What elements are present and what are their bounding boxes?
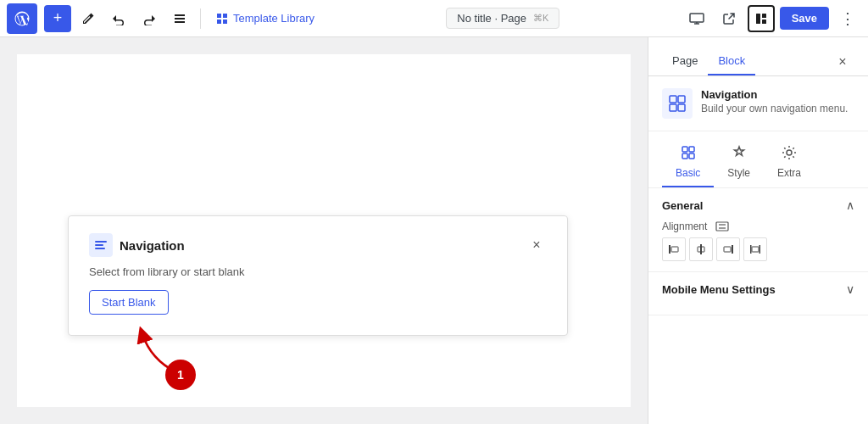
subtab-style[interactable]: Style (714, 138, 764, 187)
page-title: No title · Page (457, 12, 526, 25)
mobile-section-header[interactable]: Mobile Menu Settings ∨ (662, 282, 854, 296)
redo-icon (142, 12, 156, 25)
svg-rect-7 (762, 14, 766, 18)
template-library-button[interactable]: Template Library (208, 7, 323, 30)
separator-1 (200, 8, 201, 29)
nav-popup-close-button[interactable]: × (526, 235, 547, 255)
svg-rect-14 (670, 104, 676, 111)
pencil-button[interactable] (75, 5, 102, 32)
svg-rect-24 (669, 245, 670, 254)
svg-rect-25 (671, 247, 678, 252)
mobile-section: Mobile Menu Settings ∨ (648, 272, 868, 315)
nav-block-popup: Navigation × Select from library or star… (68, 215, 568, 336)
more-options-button[interactable]: ⋮ (834, 5, 861, 32)
nav-popup-icon-box (89, 233, 113, 257)
align-stretch-button[interactable] (743, 237, 767, 261)
toolbar-center: No title · Page ⌘K (326, 8, 680, 29)
align-center-button[interactable] (689, 237, 713, 261)
sub-tabs: Basic Style Extra (648, 131, 868, 188)
svg-rect-21 (716, 222, 728, 231)
svg-rect-32 (752, 247, 759, 252)
alignment-label: Alignment (662, 220, 707, 232)
external-link-icon (722, 12, 736, 25)
subtab-basic[interactable]: Basic (662, 138, 714, 187)
nav-popup-subtitle: Select from library or start blank (89, 265, 547, 278)
wp-logo[interactable] (7, 3, 37, 34)
general-toggle-icon: ∧ (846, 198, 854, 212)
tab-page[interactable]: Page (662, 47, 708, 75)
svg-rect-2 (175, 21, 185, 23)
nav-block-header: Navigation × (89, 233, 547, 257)
desktop-preview-button[interactable] (683, 5, 710, 32)
panel-close-button[interactable]: × (831, 50, 854, 74)
alignment-buttons (662, 237, 854, 261)
save-button[interactable]: Save (780, 7, 829, 30)
svg-rect-18 (682, 153, 687, 159)
pencil-icon (81, 12, 95, 25)
block-icon-box (662, 88, 693, 119)
svg-rect-8 (762, 20, 766, 24)
external-link-button[interactable] (715, 5, 743, 32)
layout-icon (755, 13, 767, 25)
toolbar-right: Save ⋮ (683, 5, 861, 32)
block-name: Navigation (701, 88, 848, 101)
start-blank-button[interactable]: Start Blank (89, 290, 169, 315)
layout-button[interactable] (748, 5, 775, 32)
extra-icon (782, 145, 797, 164)
svg-point-20 (787, 150, 792, 155)
svg-rect-30 (750, 245, 752, 254)
svg-rect-12 (670, 96, 676, 103)
svg-rect-15 (678, 104, 685, 111)
svg-rect-3 (690, 14, 704, 22)
page-title-area[interactable]: No title · Page ⌘K (446, 8, 559, 29)
block-description: Build your own navigation menu. (701, 103, 848, 114)
keyboard-shortcut: ⌘K (533, 13, 548, 24)
basic-svg-icon (681, 145, 696, 160)
nav-popup-icon (94, 238, 108, 252)
align-left-icon (668, 243, 680, 255)
svg-rect-16 (682, 147, 687, 152)
svg-rect-11 (95, 248, 105, 249)
svg-rect-1 (175, 18, 185, 20)
align-right-button[interactable] (716, 237, 740, 261)
mobile-section-title: Mobile Menu Settings (662, 283, 776, 296)
extra-svg-icon (782, 145, 797, 160)
svg-rect-9 (95, 241, 107, 243)
align-center-icon (695, 243, 707, 255)
block-nav-icon (669, 95, 686, 112)
redo-button[interactable] (136, 5, 163, 32)
svg-rect-17 (689, 147, 694, 152)
svg-rect-19 (689, 153, 694, 159)
block-info-text: Navigation Build your own navigation men… (701, 88, 848, 114)
general-section-title: General (662, 199, 703, 212)
basic-icon (681, 145, 696, 164)
list-view-button[interactable] (166, 5, 193, 32)
subtab-extra[interactable]: Extra (764, 138, 815, 187)
align-left-button[interactable] (662, 237, 686, 261)
svg-rect-0 (175, 14, 185, 16)
svg-rect-13 (678, 96, 685, 103)
svg-rect-28 (732, 245, 733, 254)
general-section-header[interactable]: General ∧ (662, 198, 854, 212)
list-view-icon (173, 12, 186, 25)
wordpress-icon (14, 10, 31, 27)
panel-header: Page Block × (648, 37, 868, 76)
canvas[interactable]: Navigation × Select from library or star… (0, 37, 648, 424)
align-stretch-icon (749, 243, 761, 255)
mobile-toggle-icon: ∨ (846, 282, 854, 296)
general-section: General ∧ Alignment (648, 188, 868, 272)
annotation-step-1: 1 (165, 360, 196, 390)
svg-rect-10 (95, 244, 103, 246)
desktop-icon (689, 13, 704, 25)
style-icon (732, 145, 747, 164)
svg-rect-6 (756, 14, 760, 24)
style-svg-icon (732, 145, 747, 160)
add-block-button[interactable]: + (44, 5, 71, 32)
template-library-icon (216, 13, 228, 25)
align-right-icon (722, 243, 734, 255)
undo-button[interactable] (105, 5, 132, 32)
tab-block[interactable]: Block (708, 47, 755, 75)
undo-icon (112, 12, 125, 25)
alignment-row: Alignment (662, 220, 854, 232)
nav-popup-title: Navigation (120, 238, 520, 253)
